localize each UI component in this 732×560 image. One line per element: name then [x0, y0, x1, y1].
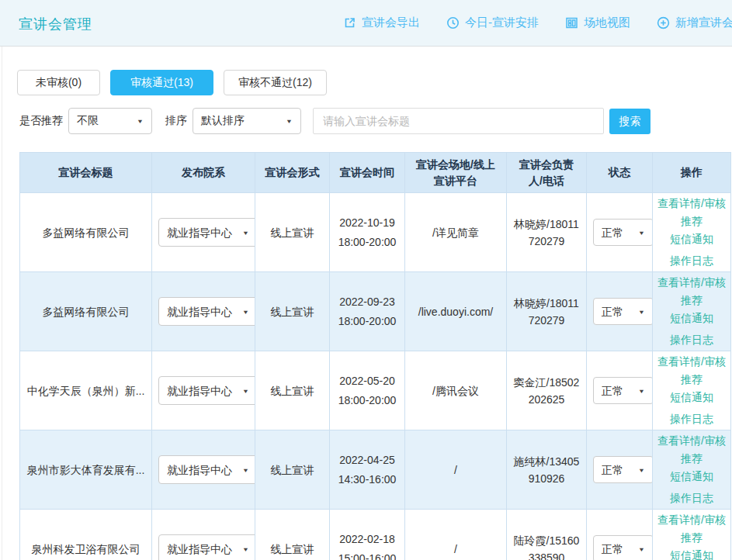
presentation-contact: 窦金江/18502202625: [507, 351, 587, 430]
presentation-venue: /live.duoyi.com/: [405, 272, 507, 351]
presentation-title: 泉州市影大体育发展有...: [20, 430, 152, 510]
status-select[interactable]: 正常: [593, 456, 653, 483]
presentation-date: 2022-02-18: [336, 530, 398, 549]
table-row: 泉州市影大体育发展有... 就业指导中心 线上宣讲 2022-04-25 14:…: [20, 430, 731, 510]
presentation-title: 泉州科发卫浴有限公司: [20, 510, 152, 560]
header-link-label: 宣讲会导出: [362, 16, 420, 30]
recommend-select[interactable]: 不限: [68, 108, 152, 134]
status-select[interactable]: 正常: [593, 298, 653, 325]
department-select[interactable]: 就业指导中心: [158, 297, 255, 326]
status-select-value: 正常: [602, 303, 623, 320]
table-row: 多益网络有限公司 就业指导中心 线上宣讲 2022-10-19 18:00-20…: [20, 193, 731, 272]
sms-notify-link[interactable]: 短信通知: [670, 309, 713, 327]
presentation-form: 线上宣讲: [255, 351, 330, 430]
tab-approved[interactable]: 审核通过(13): [110, 70, 213, 95]
presentation-time: 18:00-20:00: [336, 233, 398, 252]
department-select[interactable]: 就业指导中心: [158, 455, 255, 484]
presentation-time: 15:00-16:00: [336, 549, 398, 560]
search-button[interactable]: 搜索: [609, 109, 650, 134]
recommend-link[interactable]: 推荐: [681, 292, 703, 309]
presentation-form: 线上宣讲: [255, 272, 330, 351]
view-detail-review-link[interactable]: 查看详情/审核: [657, 195, 726, 213]
sms-notify-link[interactable]: 短信通知: [670, 468, 713, 486]
header-link-label: 今日-宣讲安排: [465, 16, 539, 30]
view-detail-review-link[interactable]: 查看详情/审核: [657, 353, 726, 371]
presentation-date: 2022-09-23: [336, 292, 398, 312]
status-select-value: 正常: [602, 541, 623, 558]
view-detail-review-link[interactable]: 查看详情/审核: [657, 511, 726, 529]
presentation-form: 线上宣讲: [255, 430, 330, 510]
presentation-venue: /: [405, 430, 507, 510]
department-select[interactable]: 就业指导中心: [158, 376, 255, 405]
presentation-date: 2022-10-19: [336, 213, 398, 233]
department-select-value: 就业指导中心: [167, 303, 232, 320]
table-row: 中化学天辰（泉州）新... 就业指导中心 线上宣讲 2022-05-20 18:…: [20, 351, 731, 430]
page-header: 宣讲会管理 宣讲会导出 今日-宣讲安排: [0, 0, 732, 47]
header-link-label: 场地视图: [584, 16, 630, 30]
operation-log-link[interactable]: 操作日志: [670, 252, 713, 270]
sort-filter-label: 排序: [165, 114, 187, 128]
department-select-value: 就业指导中心: [167, 382, 232, 399]
col-header-title: 宣讲会标题: [20, 153, 152, 193]
department-select[interactable]: 就业指导中心: [158, 534, 255, 560]
department-select-value: 就业指导中心: [167, 541, 232, 558]
presentation-date: 2022-04-25: [336, 451, 398, 470]
recommend-link[interactable]: 推荐: [681, 371, 703, 389]
recommend-link[interactable]: 推荐: [681, 529, 703, 547]
presentation-form: 线上宣讲: [255, 193, 330, 272]
recommend-filter-label: 是否推荐: [19, 114, 63, 128]
presentation-contact: 林晓婷/18011720279: [507, 272, 587, 351]
view-detail-review-link[interactable]: 查看详情/审核: [657, 274, 726, 292]
table-body: 多益网络有限公司 就业指导中心 线上宣讲 2022-10-19 18:00-20…: [20, 193, 731, 560]
venue-view-icon: [565, 16, 578, 29]
operation-log-link[interactable]: 操作日志: [670, 410, 713, 428]
status-select[interactable]: 正常: [593, 535, 653, 560]
status-select[interactable]: 正常: [593, 377, 653, 404]
presentation-date: 2022-05-20: [336, 372, 398, 391]
row-actions: 查看详情/审核 推荐 短信通知 操作日志: [659, 195, 724, 270]
col-header-actions: 操作: [653, 153, 731, 193]
tab-rejected[interactable]: 审核不通过(12): [224, 70, 327, 95]
table-header-row: 宣讲会标题 发布院系 宣讲会形式 宣讲会时间 宣讲会场地/线上宣讲平台 宣讲会负…: [20, 153, 731, 193]
presentations-table: 宣讲会标题 发布院系 宣讲会形式 宣讲会时间 宣讲会场地/线上宣讲平台 宣讲会负…: [19, 152, 731, 560]
recommend-select-value: 不限: [77, 114, 99, 128]
status-select[interactable]: 正常: [593, 219, 653, 246]
header-link-label: 新增宣讲会: [675, 16, 732, 30]
operation-log-link[interactable]: 操作日志: [670, 489, 713, 507]
row-actions: 查看详情/审核 推荐 短信通知 操作日志: [659, 353, 724, 428]
review-status-tabs: 未审核(0) 审核通过(13) 审核不通过(12): [17, 70, 327, 95]
header-links: 宣讲会导出 今日-宣讲安排 场地视图: [343, 16, 732, 30]
row-actions: 查看详情/审核 推荐 短信通知 操作日志: [659, 274, 724, 349]
operation-log-link[interactable]: 操作日志: [670, 331, 713, 349]
status-select-value: 正常: [602, 461, 623, 479]
col-header-venue: 宣讲会场地/线上宣讲平台: [405, 153, 507, 193]
sms-notify-link[interactable]: 短信通知: [670, 230, 713, 248]
today-schedule-link[interactable]: 今日-宣讲安排: [446, 16, 539, 30]
row-actions: 查看详情/审核 推荐 短信通知 操作日志: [659, 432, 724, 507]
col-header-contact: 宣讲会负责人/电话: [507, 153, 587, 193]
presentation-contact: 施纯林/13405910926: [507, 430, 587, 510]
col-header-form: 宣讲会形式: [255, 153, 330, 193]
tab-unreviewed[interactable]: 未审核(0): [17, 70, 100, 95]
department-select-value: 就业指导中心: [167, 461, 232, 479]
presentation-time: 18:00-20:00: [336, 312, 398, 331]
presentation-contact: 林晓婷/18011720279: [507, 193, 587, 272]
department-select[interactable]: 就业指导中心: [158, 218, 255, 247]
recommend-link[interactable]: 推荐: [681, 213, 703, 230]
sms-notify-link[interactable]: 短信通知: [670, 389, 713, 406]
add-presentation-link[interactable]: 新增宣讲会: [657, 16, 732, 30]
view-detail-review-link[interactable]: 查看详情/审核: [657, 432, 726, 450]
col-header-status: 状态: [587, 153, 653, 193]
venue-view-link[interactable]: 场地视图: [565, 16, 630, 30]
search-input[interactable]: [313, 108, 604, 134]
export-presentations-link[interactable]: 宣讲会导出: [343, 16, 420, 30]
recommend-link[interactable]: 推荐: [681, 450, 703, 468]
row-actions: 查看详情/审核 推荐 短信通知 操作日志: [659, 511, 724, 560]
status-select-value: 正常: [602, 224, 623, 241]
sort-select[interactable]: 默认排序: [193, 108, 301, 134]
presentation-time: 18:00-20:00: [336, 391, 398, 410]
presentation-venue: /腾讯会议: [405, 351, 507, 430]
sms-notify-link[interactable]: 短信通知: [670, 547, 713, 560]
clock-icon: [446, 16, 460, 29]
plus-circle-icon: [657, 16, 670, 29]
